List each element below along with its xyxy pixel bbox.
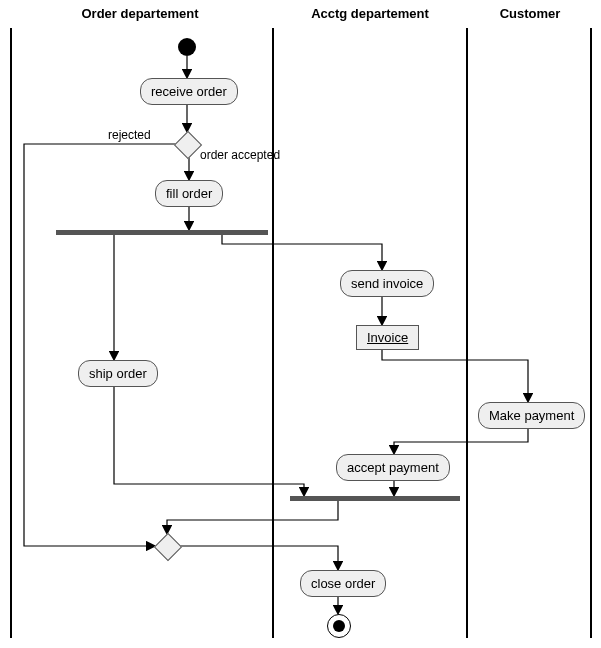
decision-node [174, 131, 202, 159]
swimlane-border [272, 28, 274, 638]
object-invoice: Invoice [356, 325, 419, 350]
swimlane-header-order: Order departement [10, 6, 270, 21]
edges-layer [0, 0, 601, 648]
activity-receive-order: receive order [140, 78, 238, 105]
activity-close-order: close order [300, 570, 386, 597]
join-bar [290, 496, 460, 501]
initial-node [178, 38, 196, 56]
activity-make-payment: Make payment [478, 402, 585, 429]
activity-fill-order: fill order [155, 180, 223, 207]
activity-ship-order: ship order [78, 360, 158, 387]
swimlane-header-customer: Customer [470, 6, 590, 21]
swimlane-header-acctg: Acctg departement [275, 6, 465, 21]
merge-node [154, 533, 182, 561]
swimlane-border [590, 28, 592, 638]
final-node [327, 614, 351, 638]
guard-accepted: order accepted [200, 148, 280, 162]
activity-accept-payment: accept payment [336, 454, 450, 481]
activity-send-invoice: send invoice [340, 270, 434, 297]
swimlane-border [10, 28, 12, 638]
guard-rejected: rejected [108, 128, 151, 142]
fork-bar [56, 230, 268, 235]
swimlane-border [466, 28, 468, 638]
